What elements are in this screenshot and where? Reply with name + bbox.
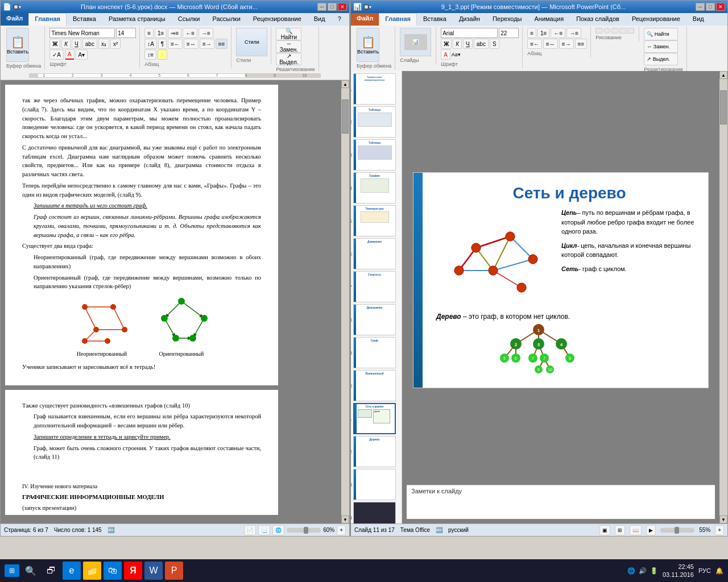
ppt-font-color-button[interactable]: A bbox=[441, 49, 450, 60]
ppt-scroll-thumb[interactable] bbox=[720, 90, 727, 124]
strikethrough-button[interactable]: abc bbox=[82, 39, 97, 49]
ppt-paste-button[interactable]: 📋 Вставить bbox=[357, 28, 379, 62]
find-button[interactable]: 🔍 Найти bbox=[276, 28, 301, 40]
ppt-tab-design[interactable]: Дизайн bbox=[453, 13, 486, 26]
ppt-tab-transitions[interactable]: Переходы bbox=[486, 13, 528, 26]
ppt-tab-insert[interactable]: Вставка bbox=[417, 13, 453, 26]
view-web-button[interactable]: 🌐 bbox=[272, 525, 284, 535]
slide-thumb-14[interactable] bbox=[353, 502, 396, 523]
decrease-indent-button[interactable]: ←≡ bbox=[183, 28, 197, 38]
subscript-button[interactable]: x₂ bbox=[98, 39, 109, 49]
slide-thumb-4[interactable]: График bbox=[353, 172, 396, 203]
select-button[interactable]: ↗ Выдел. bbox=[276, 53, 301, 65]
ppt-view-slide-sorter[interactable]: ⊞ bbox=[615, 525, 625, 535]
bold-button[interactable]: Ж bbox=[49, 39, 60, 49]
tab-home[interactable]: Главная bbox=[28, 13, 67, 26]
ppt-justify-button[interactable]: ≡≡ bbox=[575, 39, 588, 49]
ppt-tab-view[interactable]: Вид bbox=[686, 13, 710, 26]
ppt-underline-button[interactable]: Ч bbox=[463, 39, 473, 49]
yandex-button[interactable]: Я bbox=[124, 562, 142, 580]
zoom-in-button[interactable]: + bbox=[337, 525, 346, 535]
task-view-button[interactable]: 🗗 bbox=[42, 562, 60, 580]
sort-button[interactable]: ↕A bbox=[144, 39, 157, 49]
superscript-button[interactable]: x² bbox=[110, 39, 121, 49]
ppt-scrollbar[interactable]: ▲ ▼ bbox=[719, 71, 727, 523]
show-marks-button[interactable]: ¶ bbox=[158, 39, 167, 49]
ppt-bold-button[interactable]: Ж bbox=[441, 39, 452, 49]
ppt-scroll-track[interactable] bbox=[719, 79, 727, 516]
ppt-view-normal[interactable]: ▣ bbox=[599, 525, 610, 535]
explorer-button[interactable]: 📁 bbox=[83, 562, 101, 580]
slides-gallery[interactable]: 📊 bbox=[400, 28, 431, 56]
ppt-bullets-button[interactable]: ≡ bbox=[527, 28, 536, 38]
word-taskbar-button[interactable]: W bbox=[144, 562, 163, 580]
ppt-taskbar-button[interactable]: P bbox=[165, 562, 183, 580]
font-size-input[interactable] bbox=[116, 28, 136, 38]
replace-button[interactable]: ↔ Замен. bbox=[276, 40, 301, 53]
increase-indent-button[interactable]: →≡ bbox=[198, 28, 213, 38]
line-spacing-button[interactable]: ↕≡ bbox=[144, 49, 156, 60]
edge-button[interactable]: e bbox=[63, 562, 81, 580]
underline-button[interactable]: Ч bbox=[72, 39, 81, 49]
word-zoom-slider[interactable] bbox=[287, 528, 321, 533]
slide-thumb-7[interactable]: Скорость bbox=[353, 271, 396, 302]
slide-thumb-6[interactable]: Движение bbox=[353, 238, 396, 269]
ppt-align-left-button[interactable]: ≡← bbox=[527, 39, 542, 49]
slide-thumb-13[interactable] bbox=[353, 469, 396, 500]
slide-thumb-1[interactable]: Графические информационные bbox=[353, 73, 396, 105]
clear-format-button[interactable]: ✓A bbox=[49, 49, 64, 60]
justify-button[interactable]: ≡≡ bbox=[216, 39, 228, 49]
highlight-button[interactable]: A▾ bbox=[76, 49, 88, 60]
minimize-button[interactable]: ─ bbox=[317, 3, 326, 11]
slide-thumb-2[interactable]: Таблица bbox=[353, 106, 396, 138]
multilevel-button[interactable]: ⇒≡ bbox=[168, 28, 181, 38]
slide-thumb-9[interactable]: Граф bbox=[353, 337, 396, 368]
tab-links[interactable]: Ссылки bbox=[172, 13, 206, 26]
styles-gallery[interactable]: Стили bbox=[236, 28, 267, 56]
ppt-numbering-button[interactable]: 1≡ bbox=[537, 28, 549, 38]
scroll-down-arrow[interactable]: ▼ bbox=[341, 516, 349, 523]
ppt-minimize-button[interactable]: ─ bbox=[696, 3, 705, 11]
ppt-replace-button[interactable]: ↔ Замен. bbox=[644, 40, 678, 53]
ppt-font-name-input[interactable] bbox=[441, 28, 498, 38]
scroll-track[interactable] bbox=[341, 88, 349, 516]
italic-button[interactable]: К bbox=[61, 39, 71, 49]
view-print-button[interactable]: 📄 bbox=[244, 525, 256, 535]
ppt-tab-file[interactable]: Файл bbox=[351, 13, 379, 26]
scroll-thumb[interactable] bbox=[342, 99, 349, 134]
ppt-find-button[interactable]: 🔍 Найти bbox=[644, 28, 678, 40]
tab-insert[interactable]: Вставка bbox=[67, 13, 102, 26]
ppt-zoom-slider[interactable] bbox=[660, 528, 694, 533]
start-button[interactable]: ⊞ bbox=[5, 564, 19, 577]
font-color-button[interactable]: A bbox=[65, 49, 75, 60]
paste-button[interactable]: 📋 Вставить bbox=[6, 28, 29, 62]
tab-file[interactable]: Файл bbox=[1, 13, 28, 26]
word-scrollbar[interactable]: ▲ ▼ bbox=[341, 80, 349, 523]
ppt-shadow-button[interactable]: S bbox=[490, 39, 499, 49]
ppt-tab-review[interactable]: Рецензирование bbox=[626, 13, 686, 26]
search-taskbar-button[interactable]: 🔍 bbox=[22, 562, 40, 580]
maximize-button[interactable]: □ bbox=[328, 3, 337, 11]
shading-button[interactable]: A bbox=[158, 49, 167, 60]
slide-thumb-3[interactable]: Таблица bbox=[353, 139, 396, 171]
bullets-button[interactable]: ≡ bbox=[144, 28, 154, 38]
close-button[interactable]: ✕ bbox=[338, 3, 347, 11]
ppt-increase-indent-button[interactable]: →≡ bbox=[566, 28, 581, 38]
tab-view[interactable]: Вид bbox=[308, 13, 332, 26]
slide-thumb-8[interactable]: Диаграмма bbox=[353, 304, 396, 335]
ppt-scroll-down[interactable]: ▼ bbox=[719, 516, 727, 523]
tab-layout[interactable]: Разметка страницы bbox=[102, 13, 172, 26]
ppt-align-center-button[interactable]: ≡↔ bbox=[543, 39, 558, 49]
store-button[interactable]: 🛍 bbox=[104, 562, 122, 580]
ppt-decrease-indent-button[interactable]: ←≡ bbox=[551, 28, 565, 38]
align-right-button[interactable]: ≡→ bbox=[200, 39, 214, 49]
ppt-close-button[interactable]: ✕ bbox=[716, 3, 725, 11]
font-name-input[interactable] bbox=[49, 28, 115, 38]
tab-mailings[interactable]: Рассылки bbox=[206, 13, 246, 26]
ppt-align-right-button[interactable]: ≡→ bbox=[559, 39, 574, 49]
ppt-strikethrough-button[interactable]: abc bbox=[474, 39, 489, 49]
ppt-select-button[interactable]: ↗ Выдел. bbox=[644, 53, 678, 65]
ppt-scroll-up[interactable]: ▲ bbox=[719, 71, 727, 79]
view-full-button[interactable]: 📃 bbox=[258, 525, 270, 535]
tab-review[interactable]: Рецензирование bbox=[247, 13, 308, 26]
